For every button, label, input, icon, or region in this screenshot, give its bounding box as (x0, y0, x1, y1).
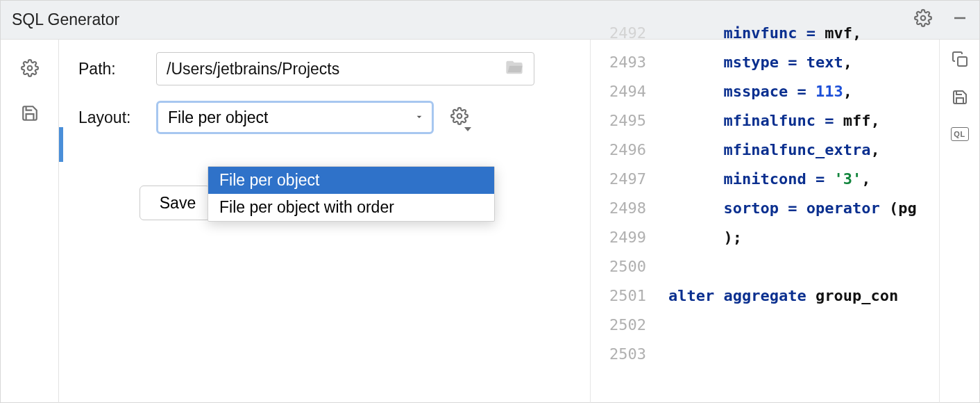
line-gutter: 2492 24932494249524962497249824992500250… (591, 40, 654, 403)
window: SQL Generator Path: /Users/jetbrai (0, 0, 980, 403)
layout-option-0[interactable]: File per object (208, 167, 494, 194)
code-line (668, 252, 939, 281)
config-panel: Path: /Users/jetbrains/Projects Layout: … (59, 40, 591, 403)
svg-point-3 (457, 113, 462, 118)
code-line: minvfunc = mvf, (668, 19, 939, 48)
save-button-label: Save (160, 194, 196, 213)
layout-combobox[interactable]: File per object (156, 101, 434, 134)
copy-icon[interactable] (952, 51, 968, 71)
layout-option-1[interactable]: File per object with order (208, 194, 494, 221)
code-line (668, 311, 939, 340)
save-button[interactable]: Save (140, 186, 210, 220)
layout-value: File per object (168, 108, 414, 127)
svg-rect-4 (958, 57, 967, 66)
ql-icon[interactable]: QL (951, 127, 969, 141)
line-number: 2495 (591, 106, 646, 135)
code-line: alter aggregate group_con (668, 281, 939, 311)
code-line: minitcond = '3', (668, 165, 939, 194)
svg-point-2 (27, 66, 32, 71)
folder-open-icon[interactable] (505, 58, 524, 81)
path-input[interactable]: /Users/jetbrains/Projects (156, 52, 534, 85)
gear-icon[interactable] (21, 59, 39, 81)
code-line: sortop = operator (pg (668, 194, 939, 223)
active-indicator (59, 127, 63, 162)
save-icon[interactable] (21, 104, 39, 126)
line-number: 2502 (591, 311, 646, 340)
code-line (668, 340, 939, 369)
code-line: mstype = text, (668, 48, 939, 77)
path-value: /Users/jetbrains/Projects (167, 60, 505, 79)
minimize-icon[interactable] (952, 10, 968, 30)
line-number: 2494 (591, 77, 646, 106)
line-number: 2493 (591, 48, 646, 77)
layout-settings-icon[interactable] (450, 107, 468, 129)
chevron-down-icon (414, 109, 425, 126)
line-number: 2499 (591, 223, 646, 252)
layout-dropdown: File per object File per object with ord… (208, 166, 495, 222)
line-number: 2492 (591, 19, 646, 48)
line-number: 2503 (591, 340, 646, 369)
code-line: mfinalfunc = mff, (668, 106, 939, 135)
left-toolbar (1, 40, 59, 403)
code-area[interactable]: minvfunc = mvf, mstype = text, msspace =… (654, 15, 939, 403)
layout-label: Layout: (78, 108, 156, 127)
line-number: 2496 (591, 135, 646, 165)
code-line: ); (668, 223, 939, 252)
line-number: 2500 (591, 252, 646, 281)
line-number: 2501 (591, 281, 646, 311)
path-label: Path: (78, 60, 156, 79)
code-line: msspace = 113, (668, 77, 939, 106)
save-icon[interactable] (952, 89, 968, 109)
sql-preview: 2492 24932494249524962497249824992500250… (591, 40, 939, 403)
line-number: 2498 (591, 194, 646, 223)
code-line: mfinalfunc_extra, (668, 135, 939, 165)
right-toolbar: QL (939, 40, 979, 403)
line-number: 2497 (591, 165, 646, 194)
